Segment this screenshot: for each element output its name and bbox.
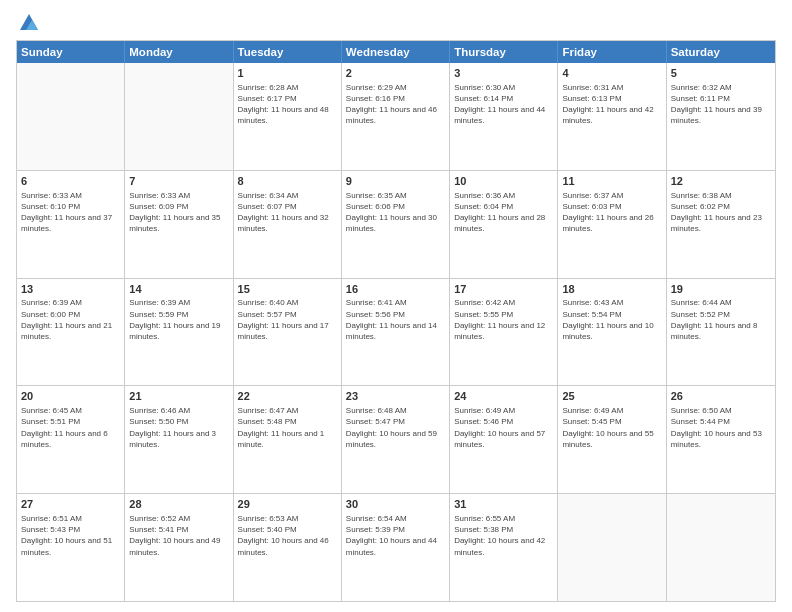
- day-number: 29: [238, 497, 337, 512]
- cell-info: Sunrise: 6:52 AM Sunset: 5:41 PM Dayligh…: [129, 513, 228, 558]
- cell-info: Sunrise: 6:50 AM Sunset: 5:44 PM Dayligh…: [671, 405, 771, 450]
- calendar-header: SundayMondayTuesdayWednesdayThursdayFrid…: [17, 41, 775, 63]
- cell-info: Sunrise: 6:46 AM Sunset: 5:50 PM Dayligh…: [129, 405, 228, 450]
- cal-cell: 13Sunrise: 6:39 AM Sunset: 6:00 PM Dayli…: [17, 279, 125, 386]
- calendar-row-4: 20Sunrise: 6:45 AM Sunset: 5:51 PM Dayli…: [17, 385, 775, 493]
- day-number: 16: [346, 282, 445, 297]
- cal-cell: 30Sunrise: 6:54 AM Sunset: 5:39 PM Dayli…: [342, 494, 450, 601]
- cal-cell: 24Sunrise: 6:49 AM Sunset: 5:46 PM Dayli…: [450, 386, 558, 493]
- cell-info: Sunrise: 6:34 AM Sunset: 6:07 PM Dayligh…: [238, 190, 337, 235]
- day-number: 28: [129, 497, 228, 512]
- cell-info: Sunrise: 6:40 AM Sunset: 5:57 PM Dayligh…: [238, 297, 337, 342]
- header: [16, 12, 776, 34]
- day-number: 17: [454, 282, 553, 297]
- cal-cell: 26Sunrise: 6:50 AM Sunset: 5:44 PM Dayli…: [667, 386, 775, 493]
- cell-info: Sunrise: 6:47 AM Sunset: 5:48 PM Dayligh…: [238, 405, 337, 450]
- cal-cell: 5Sunrise: 6:32 AM Sunset: 6:11 PM Daylig…: [667, 63, 775, 170]
- cal-cell: 25Sunrise: 6:49 AM Sunset: 5:45 PM Dayli…: [558, 386, 666, 493]
- day-number: 23: [346, 389, 445, 404]
- cal-cell: 8Sunrise: 6:34 AM Sunset: 6:07 PM Daylig…: [234, 171, 342, 278]
- cell-info: Sunrise: 6:30 AM Sunset: 6:14 PM Dayligh…: [454, 82, 553, 127]
- cal-cell: 28Sunrise: 6:52 AM Sunset: 5:41 PM Dayli…: [125, 494, 233, 601]
- logo-area: [16, 12, 40, 34]
- cell-info: Sunrise: 6:29 AM Sunset: 6:16 PM Dayligh…: [346, 82, 445, 127]
- cal-cell: 19Sunrise: 6:44 AM Sunset: 5:52 PM Dayli…: [667, 279, 775, 386]
- page: SundayMondayTuesdayWednesdayThursdayFrid…: [0, 0, 792, 612]
- day-number: 20: [21, 389, 120, 404]
- cell-info: Sunrise: 6:43 AM Sunset: 5:54 PM Dayligh…: [562, 297, 661, 342]
- cal-cell: 9Sunrise: 6:35 AM Sunset: 6:06 PM Daylig…: [342, 171, 450, 278]
- cal-cell: 12Sunrise: 6:38 AM Sunset: 6:02 PM Dayli…: [667, 171, 775, 278]
- cal-cell: 16Sunrise: 6:41 AM Sunset: 5:56 PM Dayli…: [342, 279, 450, 386]
- cal-cell: 11Sunrise: 6:37 AM Sunset: 6:03 PM Dayli…: [558, 171, 666, 278]
- cell-info: Sunrise: 6:54 AM Sunset: 5:39 PM Dayligh…: [346, 513, 445, 558]
- day-number: 9: [346, 174, 445, 189]
- cal-cell: [667, 494, 775, 601]
- cell-info: Sunrise: 6:39 AM Sunset: 6:00 PM Dayligh…: [21, 297, 120, 342]
- cal-cell: 18Sunrise: 6:43 AM Sunset: 5:54 PM Dayli…: [558, 279, 666, 386]
- cal-cell: 6Sunrise: 6:33 AM Sunset: 6:10 PM Daylig…: [17, 171, 125, 278]
- day-number: 4: [562, 66, 661, 81]
- cell-info: Sunrise: 6:38 AM Sunset: 6:02 PM Dayligh…: [671, 190, 771, 235]
- cal-cell: 2Sunrise: 6:29 AM Sunset: 6:16 PM Daylig…: [342, 63, 450, 170]
- cell-info: Sunrise: 6:28 AM Sunset: 6:17 PM Dayligh…: [238, 82, 337, 127]
- cell-info: Sunrise: 6:42 AM Sunset: 5:55 PM Dayligh…: [454, 297, 553, 342]
- weekday-header-friday: Friday: [558, 41, 666, 63]
- cal-cell: 22Sunrise: 6:47 AM Sunset: 5:48 PM Dayli…: [234, 386, 342, 493]
- cell-info: Sunrise: 6:33 AM Sunset: 6:10 PM Dayligh…: [21, 190, 120, 235]
- cal-cell: 29Sunrise: 6:53 AM Sunset: 5:40 PM Dayli…: [234, 494, 342, 601]
- day-number: 21: [129, 389, 228, 404]
- day-number: 30: [346, 497, 445, 512]
- day-number: 27: [21, 497, 120, 512]
- cal-cell: 20Sunrise: 6:45 AM Sunset: 5:51 PM Dayli…: [17, 386, 125, 493]
- day-number: 12: [671, 174, 771, 189]
- weekday-header-saturday: Saturday: [667, 41, 775, 63]
- cal-cell: 10Sunrise: 6:36 AM Sunset: 6:04 PM Dayli…: [450, 171, 558, 278]
- cell-info: Sunrise: 6:36 AM Sunset: 6:04 PM Dayligh…: [454, 190, 553, 235]
- cell-info: Sunrise: 6:53 AM Sunset: 5:40 PM Dayligh…: [238, 513, 337, 558]
- cell-info: Sunrise: 6:41 AM Sunset: 5:56 PM Dayligh…: [346, 297, 445, 342]
- cal-cell: 23Sunrise: 6:48 AM Sunset: 5:47 PM Dayli…: [342, 386, 450, 493]
- calendar: SundayMondayTuesdayWednesdayThursdayFrid…: [16, 40, 776, 602]
- cal-cell: 31Sunrise: 6:55 AM Sunset: 5:38 PM Dayli…: [450, 494, 558, 601]
- cell-info: Sunrise: 6:33 AM Sunset: 6:09 PM Dayligh…: [129, 190, 228, 235]
- cal-cell: [17, 63, 125, 170]
- cell-info: Sunrise: 6:31 AM Sunset: 6:13 PM Dayligh…: [562, 82, 661, 127]
- day-number: 2: [346, 66, 445, 81]
- weekday-header-sunday: Sunday: [17, 41, 125, 63]
- cell-info: Sunrise: 6:49 AM Sunset: 5:45 PM Dayligh…: [562, 405, 661, 450]
- cal-cell: [558, 494, 666, 601]
- day-number: 25: [562, 389, 661, 404]
- cell-info: Sunrise: 6:32 AM Sunset: 6:11 PM Dayligh…: [671, 82, 771, 127]
- weekday-header-wednesday: Wednesday: [342, 41, 450, 63]
- calendar-row-3: 13Sunrise: 6:39 AM Sunset: 6:00 PM Dayli…: [17, 278, 775, 386]
- cal-cell: 14Sunrise: 6:39 AM Sunset: 5:59 PM Dayli…: [125, 279, 233, 386]
- cell-info: Sunrise: 6:44 AM Sunset: 5:52 PM Dayligh…: [671, 297, 771, 342]
- logo-icon: [18, 12, 40, 34]
- cell-info: Sunrise: 6:49 AM Sunset: 5:46 PM Dayligh…: [454, 405, 553, 450]
- cal-cell: 17Sunrise: 6:42 AM Sunset: 5:55 PM Dayli…: [450, 279, 558, 386]
- day-number: 1: [238, 66, 337, 81]
- cal-cell: 21Sunrise: 6:46 AM Sunset: 5:50 PM Dayli…: [125, 386, 233, 493]
- day-number: 8: [238, 174, 337, 189]
- cal-cell: [125, 63, 233, 170]
- cal-cell: 1Sunrise: 6:28 AM Sunset: 6:17 PM Daylig…: [234, 63, 342, 170]
- day-number: 14: [129, 282, 228, 297]
- calendar-row-1: 1Sunrise: 6:28 AM Sunset: 6:17 PM Daylig…: [17, 63, 775, 170]
- day-number: 26: [671, 389, 771, 404]
- cell-info: Sunrise: 6:39 AM Sunset: 5:59 PM Dayligh…: [129, 297, 228, 342]
- day-number: 22: [238, 389, 337, 404]
- day-number: 7: [129, 174, 228, 189]
- logo: [16, 12, 40, 34]
- calendar-row-5: 27Sunrise: 6:51 AM Sunset: 5:43 PM Dayli…: [17, 493, 775, 601]
- weekday-header-tuesday: Tuesday: [234, 41, 342, 63]
- cal-cell: 4Sunrise: 6:31 AM Sunset: 6:13 PM Daylig…: [558, 63, 666, 170]
- cell-info: Sunrise: 6:55 AM Sunset: 5:38 PM Dayligh…: [454, 513, 553, 558]
- day-number: 3: [454, 66, 553, 81]
- day-number: 19: [671, 282, 771, 297]
- day-number: 11: [562, 174, 661, 189]
- calendar-row-2: 6Sunrise: 6:33 AM Sunset: 6:10 PM Daylig…: [17, 170, 775, 278]
- cal-cell: 27Sunrise: 6:51 AM Sunset: 5:43 PM Dayli…: [17, 494, 125, 601]
- cell-info: Sunrise: 6:45 AM Sunset: 5:51 PM Dayligh…: [21, 405, 120, 450]
- weekday-header-monday: Monday: [125, 41, 233, 63]
